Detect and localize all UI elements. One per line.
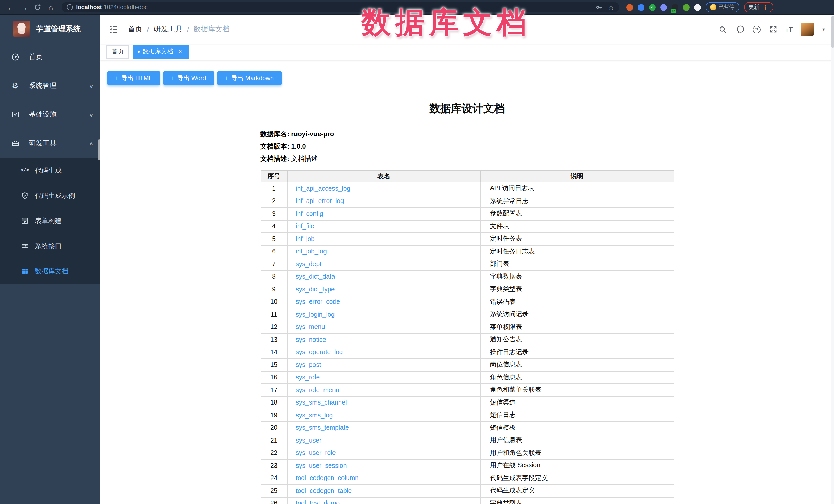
browser-home-button[interactable]: ⌂	[44, 2, 58, 13]
table-name-link[interactable]: sys_dept	[296, 261, 322, 268]
row-index: 9	[261, 283, 287, 295]
table-name-link[interactable]: inf_api_error_log	[296, 198, 344, 205]
sidebar-item-infrastructure[interactable]: 基础设施 ∨	[0, 100, 100, 129]
browser-back-button[interactable]: ←	[4, 2, 18, 13]
extension-colorful-grid-icon[interactable]	[660, 4, 667, 10]
sidebar-item-devtools[interactable]: 研发工具 ∧	[0, 129, 100, 158]
table-name-link[interactable]: sys_dict_type	[296, 286, 334, 293]
table-name-cell: sys_notice	[287, 333, 480, 346]
paused-chip[interactable]: 已暂停	[705, 2, 739, 12]
row-index: 12	[261, 321, 287, 333]
extension-dark-stack-icon[interactable]: on	[672, 4, 678, 10]
table-name-link[interactable]: sys_user	[296, 437, 322, 444]
table-description: 用户信息表	[480, 434, 674, 447]
table-name-link[interactable]: sys_role_menu	[296, 387, 339, 394]
table-name-link[interactable]: sys_sms_channel	[296, 399, 347, 406]
sidebar-scrollbar-thumb[interactable]	[98, 139, 100, 160]
search-icon[interactable]	[718, 24, 728, 34]
table-name-link[interactable]: sys_menu	[296, 324, 325, 331]
user-menu-caret-icon[interactable]: ▼	[822, 27, 826, 31]
row-index: 11	[261, 308, 287, 321]
export-markdown-button[interactable]: + 导出 Markdown	[217, 71, 281, 85]
table-name-cell: sys_dept	[287, 258, 480, 270]
fullscreen-icon[interactable]	[768, 24, 778, 34]
tag-db-doc[interactable]: ● 数据库文档 ×	[133, 45, 189, 58]
table-description: 菜单权限表	[480, 321, 674, 333]
help-icon[interactable]: ?	[753, 25, 761, 33]
tag-home[interactable]: 首页	[106, 45, 129, 58]
sidebar-item-system[interactable]: ⚙ 系统管理 ∨	[0, 71, 100, 100]
breadcrumb-item-devtools[interactable]: 研发工具	[154, 25, 182, 34]
table-name-link[interactable]: inf_api_access_log	[296, 185, 350, 192]
info-icon[interactable]: i	[67, 4, 73, 10]
table-description: 部门表	[480, 258, 674, 270]
row-index: 5	[261, 233, 287, 245]
close-icon[interactable]: ×	[177, 48, 183, 55]
sidebar-item-codegen-demo[interactable]: 代码生成示例	[0, 183, 100, 208]
row-index: 2	[261, 195, 287, 207]
table-row: 21sys_user用户信息表	[261, 434, 674, 447]
browser-reload-button[interactable]	[31, 2, 44, 13]
table-name-cell: sys_post	[287, 358, 480, 371]
table-name-link[interactable]: sys_notice	[296, 336, 326, 343]
bookmark-star-icon[interactable]: ☆	[608, 3, 614, 11]
extension-puzzle-icon[interactable]	[694, 4, 701, 10]
emoji-icon	[710, 4, 716, 10]
table-name-link[interactable]: tool_test_demo	[296, 500, 340, 504]
export-html-button[interactable]: + 导出 HTML	[107, 71, 160, 85]
page-scrollbar-thumb[interactable]	[831, 16, 834, 48]
table-name-link[interactable]: sys_sms_template	[296, 424, 349, 432]
sidebar-item-codegen[interactable]: </> 代码生成	[0, 158, 100, 183]
on-badge: on	[671, 9, 677, 13]
table-name-link[interactable]: sys_role	[296, 374, 320, 381]
table-name-link[interactable]: sys_post	[296, 361, 321, 369]
extension-green-leaf-icon[interactable]	[683, 4, 689, 10]
extension-blue-pin-icon[interactable]	[638, 4, 644, 10]
browser-forward-button[interactable]: →	[18, 2, 31, 13]
sidebar-item-label: 代码生成	[35, 166, 62, 175]
table-name-cell: sys_dict_data	[287, 270, 480, 283]
sidebar-item-home[interactable]: 首页	[0, 43, 100, 71]
extension-green-shield-icon[interactable]: ✓	[649, 4, 656, 10]
meta-value-description: 文档描述	[291, 155, 318, 162]
key-icon[interactable]	[595, 3, 603, 11]
table-description: 用户和角色关联表	[480, 447, 674, 459]
table-row: 17sys_role_menu角色和菜单关联表	[261, 384, 674, 396]
sidebar-item-system-api[interactable]: 系统接口	[0, 233, 100, 259]
table-name-link[interactable]: tool_codegen_column	[296, 475, 359, 482]
table-name-cell: sys_menu	[287, 321, 480, 333]
table-name-link[interactable]: inf_config	[296, 210, 323, 217]
table-name-link[interactable]: sys_error_code	[296, 299, 340, 306]
user-avatar[interactable]	[800, 23, 814, 36]
table-name-link[interactable]: inf_job	[296, 236, 315, 243]
breadcrumb-item-home[interactable]: 首页	[128, 25, 142, 34]
table-row: 16sys_role角色信息表	[261, 371, 674, 384]
table-name-link[interactable]: sys_user_session	[296, 462, 347, 469]
table-row: 14sys_operate_log操作日志记录	[261, 346, 674, 358]
table-description: 字典类型表	[480, 497, 674, 504]
table-name-link[interactable]: inf_file	[296, 223, 314, 230]
font-size-icon[interactable]: TT	[786, 25, 793, 33]
table-name-link[interactable]: inf_job_log	[296, 248, 327, 255]
table-name-link[interactable]: sys_dict_data	[296, 273, 335, 280]
update-chip[interactable]: 更新 ⋮	[744, 2, 773, 12]
app-logo-row[interactable]: 芋道管理系统	[0, 15, 100, 43]
sidebar-item-db-doc[interactable]: 数据库文档	[0, 259, 100, 284]
table-row: 25tool_codegen_table代码生成表定义	[261, 484, 674, 497]
extension-orange-circle-icon[interactable]	[627, 4, 633, 10]
table-name-link[interactable]: sys_login_log	[296, 311, 335, 318]
sidebar-collapse-icon[interactable]	[108, 24, 119, 35]
browser-menu-icon[interactable]: ⋮	[762, 4, 768, 11]
sidebar-item-form-builder[interactable]: 表单构建	[0, 208, 100, 233]
table-name-link[interactable]: sys_operate_log	[296, 349, 343, 356]
github-icon[interactable]	[736, 24, 745, 34]
table-name-link[interactable]: tool_codegen_table	[296, 487, 352, 495]
tables-overview-table: 序号 表名 说明 1inf_api_access_logAPI 访问日志表2in…	[260, 170, 674, 504]
url-bar[interactable]: i localhost:1024/tool/db-doc ☆	[62, 2, 619, 12]
export-word-button[interactable]: + 导出 Word	[163, 71, 214, 85]
table-name-cell: tool_codegen_table	[287, 484, 480, 497]
table-name-link[interactable]: sys_user_role	[296, 450, 336, 457]
row-index: 1	[261, 182, 287, 195]
row-index: 13	[261, 333, 287, 346]
table-name-link[interactable]: sys_sms_log	[296, 412, 333, 419]
